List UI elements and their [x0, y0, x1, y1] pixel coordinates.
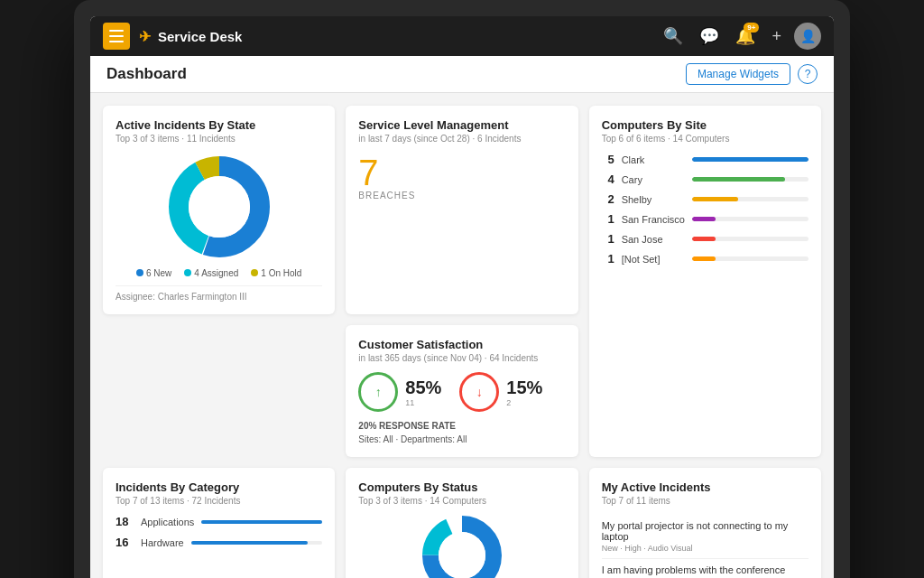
logo-icon: ✈ [139, 28, 151, 45]
incidents-by-category-widget: Incidents By Category Top 7 of 13 items … [103, 468, 335, 578]
incidents-by-category-subtitle: Top 7 of 13 items · 72 Incidents [116, 496, 322, 506]
csat-row: ↑ 85% 11 ↓ 15% 2 [358, 372, 565, 412]
slm-title: Service Level Management [358, 118, 565, 132]
site-list: 5 Clark 4 Cary 2 Shelby [602, 153, 808, 266]
list-item: 4 Cary [602, 172, 808, 186]
active-incidents-title: Active Incidents By State [116, 118, 322, 132]
slm-breaches-count: 7 [358, 154, 565, 191]
subheader: Dashboard Manage Widgets ? [90, 56, 834, 93]
list-item: I am having problems with the conference… [602, 558, 808, 578]
csat-unsatisfied: ↓ 15% 2 [459, 372, 542, 412]
status-donut [358, 515, 565, 578]
satisfied-count: 11 [405, 398, 441, 407]
notification-icon[interactable]: 🔔 9+ [732, 23, 759, 50]
incident-list: My portal projector is not connecting to… [602, 515, 808, 578]
active-incidents-subtitle: Top 3 of 3 items · 11 Incidents [116, 134, 322, 144]
legend-assigned: 4 Assigned [194, 268, 238, 278]
computers-by-status-subtitle: Top 3 of 3 items · 14 Computers [358, 496, 565, 506]
list-item: 5 Clark [602, 153, 808, 166]
add-icon[interactable]: + [768, 23, 785, 50]
csat-title: Customer Satisfaction [358, 338, 565, 351]
category-list: 18 Applications 16 Hardware [116, 515, 322, 549]
csat-widget: Customer Satisfaction in last 365 days (… [346, 325, 578, 457]
list-item: 18 Applications [116, 515, 322, 528]
my-active-incidents-widget: My Active Incidents Top 7 of 11 items My… [589, 468, 821, 578]
csat-subtitle: in last 365 days (since Nov 04) · 64 Inc… [358, 353, 565, 363]
assignee-label: Assignee: Charles Farmington III [116, 285, 322, 302]
topnav: ✈ Service Desk 🔍 💬 🔔 9+ + 👤 [90, 16, 834, 56]
csat-footer: Sites: All · Departments: All [358, 434, 565, 444]
incident-text: My portal projector is not connecting to… [602, 520, 808, 542]
csat-response-rate: 20% RESPONSE RATE [358, 421, 565, 431]
donut-chart [116, 153, 322, 261]
unsatisfied-count: 2 [506, 398, 542, 407]
legend-on-hold: 1 On Hold [261, 268, 301, 278]
svg-point-6 [439, 532, 485, 578]
legend-new: 6 New [146, 268, 171, 278]
my-active-incidents-subtitle: Top 7 of 11 items [602, 496, 808, 506]
list-item: My portal projector is not connecting to… [602, 515, 808, 558]
csat-satisfied: ↑ 85% 11 [358, 372, 441, 412]
avatar[interactable]: 👤 [794, 23, 821, 50]
help-button[interactable]: ? [798, 64, 818, 84]
computers-by-status-title: Computers By Status [358, 480, 565, 494]
slm-subtitle: in last 7 days (since Oct 28) · 6 Incide… [358, 134, 565, 144]
list-item: 1 [Not Set] [602, 252, 808, 266]
donut-legend: 6 New 4 Assigned 1 On Hold [116, 268, 322, 278]
notification-badge: 9+ [744, 23, 759, 33]
dashboard: Active Incidents By State Top 3 of 3 ite… [90, 93, 834, 578]
computers-by-site-subtitle: Top 6 of 6 items · 14 Computers [602, 134, 808, 144]
page-title: Dashboard [106, 65, 686, 83]
satisfied-circle: ↑ [358, 372, 398, 412]
unsatisfied-pct: 15% [506, 378, 542, 398]
list-item: 2 Shelby [602, 192, 808, 206]
app-title: Service Desk [158, 29, 242, 44]
svg-point-3 [189, 176, 250, 238]
incident-meta: New · High · Audio Visual [602, 544, 808, 553]
manage-widgets-button[interactable]: Manage Widgets [686, 63, 790, 85]
computers-by-site-widget: Computers By Site Top 6 of 6 items · 14 … [589, 106, 821, 457]
hamburger-button[interactable] [103, 23, 130, 50]
computers-by-status-widget: Computers By Status Top 3 of 3 items · 1… [346, 468, 578, 578]
nav-logo: ✈ Service Desk [139, 28, 242, 45]
satisfied-pct: 85% [405, 378, 441, 398]
slm-breaches-label: BREACHES [358, 191, 565, 200]
computers-by-site-title: Computers By Site [602, 118, 808, 132]
slm-widget: Service Level Management in last 7 days … [346, 106, 578, 314]
list-item: 16 Hardware [116, 536, 322, 549]
list-item: 1 San Francisco [602, 212, 808, 226]
search-icon[interactable]: 🔍 [660, 23, 687, 50]
chat-icon[interactable]: 💬 [696, 23, 723, 50]
incidents-by-category-title: Incidents By Category [116, 480, 322, 494]
list-item: 1 San Jose [602, 232, 808, 246]
incident-text: I am having problems with the conference… [602, 564, 808, 578]
active-incidents-widget: Active Incidents By State Top 3 of 3 ite… [103, 106, 335, 314]
my-active-incidents-title: My Active Incidents [602, 480, 808, 494]
unsatisfied-circle: ↓ [459, 372, 499, 412]
